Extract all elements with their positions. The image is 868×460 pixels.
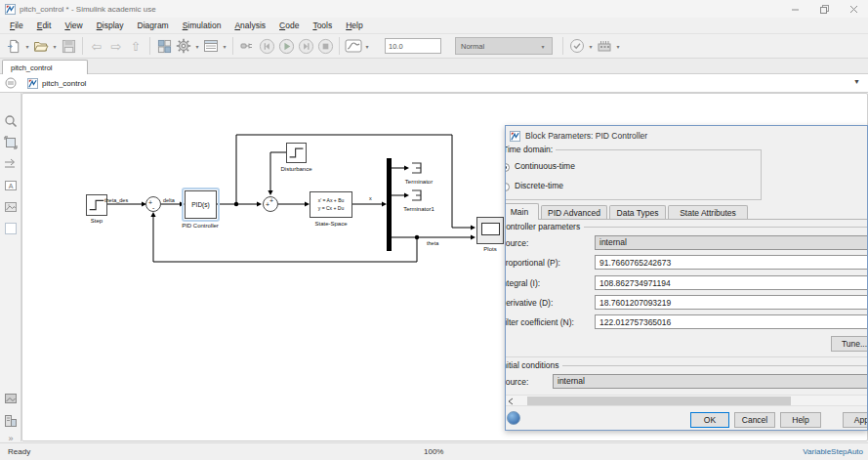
forward-icon[interactable]: ⇨	[106, 36, 126, 56]
sim-mode-select[interactable]: Normal ▾	[455, 37, 553, 55]
viewmarks-icon[interactable]	[4, 392, 18, 405]
dialog-tab-pid-advanced[interactable]: PID Advanced	[541, 205, 607, 219]
sim-mode-caret-icon: ▾	[539, 43, 547, 50]
fit-to-view-icon[interactable]	[4, 136, 18, 149]
dialog-tab-main[interactable]: Main	[505, 203, 539, 220]
block-label-plots: Plots	[475, 246, 506, 252]
block-sum2[interactable]: + +	[263, 196, 278, 212]
heading-rule	[562, 365, 868, 366]
simulink-model-icon	[27, 78, 38, 89]
restore-icon[interactable]	[809, 0, 839, 18]
block-sum1[interactable]: + -	[145, 196, 161, 212]
separator	[82, 37, 83, 55]
build-model-caret-icon[interactable]: ▾	[614, 43, 622, 50]
block-label-state-space: State-Space	[310, 221, 352, 227]
menu-analysis[interactable]: Analysis	[227, 20, 272, 31]
help-button[interactable]: Help	[780, 412, 821, 428]
block-label-disturbance: Disturbance	[274, 166, 318, 172]
area-box-icon[interactable]	[4, 222, 18, 235]
signal-label-theta-des: theta_des	[104, 197, 128, 203]
library-browser-icon[interactable]	[154, 36, 174, 56]
sim-stop-time-input[interactable]	[385, 38, 441, 54]
menu-file[interactable]: File	[3, 20, 30, 31]
block-pid-controller[interactable]: PID(s)	[185, 190, 217, 219]
menu-diagram[interactable]: Diagram	[131, 20, 176, 31]
source-select[interactable]: internal	[595, 235, 868, 250]
integral-label: Integral (I):	[505, 278, 540, 288]
window-title: pitch_control * - Simulink academic use	[20, 5, 156, 14]
signal-routing-icon[interactable]	[4, 157, 18, 171]
open-icon[interactable]	[31, 36, 51, 56]
block-plots-scope[interactable]	[476, 217, 504, 244]
initial-source-select[interactable]: internal	[553, 374, 868, 389]
apply-button[interactable]: Apply	[843, 412, 868, 428]
derivative-input[interactable]	[595, 295, 868, 310]
step-back-icon[interactable]	[257, 36, 276, 56]
close-icon[interactable]	[839, 0, 868, 18]
breadcrumb-item-pitch-control[interactable]: pitch_control	[42, 79, 86, 88]
menu-display[interactable]: Display	[90, 20, 131, 31]
simulation-data-display-caret-icon[interactable]: ▾	[363, 43, 371, 50]
scroll-left-icon[interactable]	[508, 397, 514, 405]
annotation-icon[interactable]: A	[4, 179, 18, 192]
block-terminator1[interactable]	[409, 188, 424, 202]
menu-simulation[interactable]: Simulation	[176, 20, 228, 31]
back-icon[interactable]: ⇦	[87, 36, 106, 56]
model-configuration-icon[interactable]	[201, 36, 221, 56]
minimize-icon[interactable]	[780, 0, 809, 18]
dialog-title-bar[interactable]: Block Parameters: PID Controller	[506, 126, 867, 146]
radio-label-discrete-time[interactable]: Discrete-time	[515, 181, 563, 190]
sim-mode-value: Normal	[461, 42, 484, 51]
help-globe-icon[interactable]	[507, 411, 520, 425]
proportional-input[interactable]	[595, 255, 868, 270]
menu-tools[interactable]: Tools	[306, 20, 339, 31]
tab-panel-bottom-border	[505, 356, 868, 357]
menu-code[interactable]: Code	[272, 20, 306, 31]
separator	[232, 37, 233, 55]
menu-view[interactable]: View	[58, 20, 89, 31]
tune-button[interactable]: Tune...	[831, 336, 868, 352]
build-model-icon[interactable]	[595, 36, 614, 56]
scrollbar-thumb[interactable]	[527, 397, 791, 405]
connect-icon[interactable]	[237, 36, 257, 56]
new-model-caret-icon[interactable]: ▾	[23, 43, 31, 50]
separator	[562, 37, 563, 55]
cancel-button[interactable]: Cancel	[734, 412, 775, 428]
step-forward-icon[interactable]	[296, 36, 315, 56]
new-model-icon[interactable]	[4, 36, 23, 56]
model-settings-caret-icon[interactable]: ▾	[193, 43, 201, 50]
tab-pitch-control[interactable]: pitch_control	[2, 60, 88, 74]
menu-edit[interactable]: Edit	[30, 20, 59, 31]
dialog-tab-data-types[interactable]: Data Types	[609, 205, 666, 219]
open-caret-icon[interactable]: ▾	[51, 43, 59, 50]
dialog-horizontal-scrollbar[interactable]	[505, 395, 868, 406]
stop-icon[interactable]	[315, 36, 335, 56]
initial-source-label: Source:	[505, 377, 528, 387]
breadcrumb-dropdown-icon[interactable]: ▼	[853, 78, 860, 85]
filter-coefficient-input[interactable]	[595, 314, 868, 329]
menu-help[interactable]: Help	[339, 20, 369, 31]
check-model-caret-icon[interactable]: ▾	[587, 43, 595, 50]
save-icon[interactable]	[59, 36, 78, 56]
simulation-data-display-icon[interactable]	[344, 36, 363, 56]
zoom-tool-icon[interactable]	[4, 114, 18, 128]
initial-conditions-heading-text: Initial conditions	[505, 360, 558, 370]
block-disturbance[interactable]	[286, 143, 307, 163]
ok-button[interactable]: OK	[690, 412, 729, 428]
model-settings-gear-icon[interactable]	[174, 36, 193, 56]
up-to-parent-icon[interactable]: ⇧	[126, 36, 145, 56]
block-state-space[interactable]: x' = Ax + Bu y = Cx + Du	[310, 191, 352, 218]
initial-conditions-heading: Initial conditions	[505, 360, 868, 370]
run-icon[interactable]	[276, 36, 296, 56]
model-browser-icon[interactable]	[4, 414, 18, 428]
radio-label-continuous-time[interactable]: Continuous-time	[515, 161, 575, 171]
block-terminator[interactable]	[409, 161, 424, 175]
model-configuration-caret-icon[interactable]: ▾	[221, 43, 228, 50]
block-demux[interactable]	[387, 158, 392, 251]
integral-input[interactable]	[595, 275, 868, 290]
menu-bar: File Edit View Display Diagram Simulatio…	[0, 18, 868, 33]
image-annotation-icon[interactable]	[4, 200, 18, 214]
check-model-icon[interactable]	[567, 36, 587, 56]
dialog-tab-state-attributes[interactable]: State Attributes	[668, 205, 748, 219]
model-browser-toggle-icon[interactable]	[5, 77, 17, 89]
